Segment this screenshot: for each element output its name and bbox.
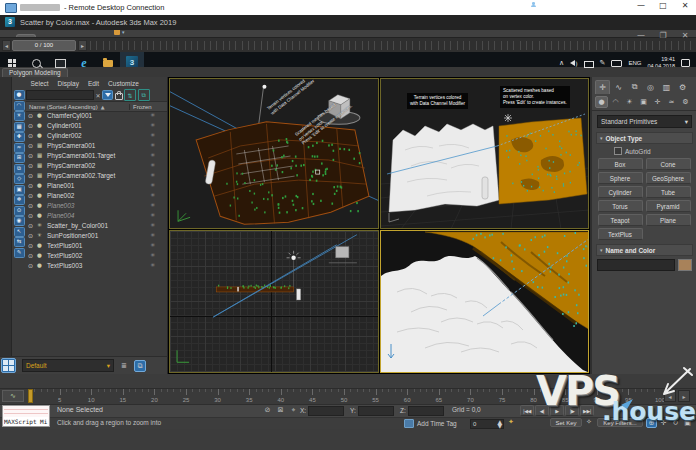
explorer-menu-item[interactable]: Select — [27, 80, 52, 87]
spinner-arrows-icon[interactable]: ▲▼ — [495, 420, 503, 427]
sync-selection-icon[interactable]: ⇆ — [14, 237, 25, 247]
frozen-toggle-icon[interactable]: ✳ — [150, 262, 155, 268]
list-item[interactable]: ⊙▦PhysCamera002.Target✳ — [26, 170, 167, 180]
viewport-bottom-left[interactable] — [169, 230, 379, 373]
frozen-toggle-icon[interactable]: ✳ — [150, 222, 155, 228]
ribbon-config[interactable]: ▾ — [114, 29, 125, 37]
minimize-icon[interactable]: — — [634, 31, 648, 40]
maxscript-mini-listener[interactable]: MAXScript Mi — [2, 405, 50, 427]
frozen-toggle-icon[interactable]: ✳ — [150, 162, 155, 168]
motion-tab-icon[interactable]: ◎ — [643, 80, 658, 94]
frozen-toggle-icon[interactable]: ✳ — [150, 142, 155, 148]
viewport-top-right[interactable]: Terrain vertices colored with Data Chann… — [380, 78, 589, 229]
modify-tab-icon[interactable]: ∿ — [611, 80, 626, 94]
object-color-swatch[interactable] — [678, 259, 692, 271]
search-input[interactable] — [26, 90, 94, 100]
list-item[interactable]: ⊙☀SunPositioner001✳ — [26, 230, 167, 240]
close-icon[interactable]: ✕ — [678, 1, 692, 10]
list-item[interactable]: ⊙✳Scatter_by_Color001✳ — [26, 220, 167, 230]
list-item[interactable]: ⊙●ChamferCyl001✳ — [26, 110, 167, 120]
viewport-layout-tabs-icon[interactable] — [1, 358, 16, 373]
object-type-button[interactable]: Pyramid — [646, 200, 691, 212]
create-tab-icon[interactable]: ✛ — [595, 80, 610, 94]
object-type-button[interactable]: Plane — [646, 214, 691, 226]
ribbon-tab[interactable] — [36, 35, 54, 37]
list-item[interactable]: ⊙▦PhysCamera001.Target✳ — [26, 150, 167, 160]
go-to-end-icon[interactable]: ▶▶| — [580, 405, 594, 416]
hidden-icons-chevron-icon[interactable]: ∧ — [559, 59, 564, 67]
visibility-eye-icon[interactable]: ⊙ — [26, 202, 35, 209]
time-slider-handle[interactable]: 0 / 100 — [12, 40, 76, 51]
network-icon[interactable] — [584, 61, 594, 68]
add-time-tag[interactable]: Add Time Tag — [404, 419, 457, 428]
object-type-button[interactable]: Cylinder — [598, 186, 643, 198]
explorer-menu-item[interactable]: Display — [54, 80, 82, 87]
visibility-eye-icon[interactable]: ⊙ — [26, 182, 35, 189]
visibility-eye-icon[interactable]: ⊙ — [26, 212, 35, 219]
display-tab-icon[interactable]: ▥ — [659, 80, 674, 94]
pin-explorer-icon[interactable]: ✎ — [14, 248, 25, 258]
visibility-eye-icon[interactable]: ⊙ — [26, 222, 35, 229]
hierarchy-tab-icon[interactable]: ⧉ — [627, 80, 642, 94]
volume-icon[interactable]: ) — [570, 60, 577, 67]
list-item[interactable]: ⊙▦PhysCamera001✳ — [26, 140, 167, 150]
mini-curve-editor-icon[interactable]: ∿ — [2, 390, 24, 402]
display-geometry-icon[interactable]: ● — [14, 90, 25, 100]
go-to-start-icon[interactable]: |◀◀ — [520, 405, 534, 416]
visibility-eye-icon[interactable]: ⊙ — [26, 192, 35, 199]
visibility-eye-icon[interactable]: ⊙ — [26, 252, 35, 259]
hierarchy-mode-icon[interactable]: ⧉ — [134, 360, 146, 372]
frozen-toggle-icon[interactable]: ✳ — [150, 252, 155, 258]
ruler-scroll-right-icon[interactable]: ▸ — [678, 390, 690, 402]
pan-icon[interactable]: ✛ — [658, 418, 669, 428]
frozen-toggle-icon[interactable]: ✳ — [150, 112, 155, 118]
frozen-toggle-icon[interactable]: ✳ — [150, 242, 155, 248]
selection-lock-icon[interactable]: ⊠ — [275, 405, 286, 415]
ribbon-tab[interactable] — [54, 35, 72, 37]
frozen-toggle-icon[interactable]: ✳ — [150, 122, 155, 128]
rollout-name-and-color[interactable]: ▾ Name and Color — [596, 244, 693, 256]
display-selection-icon[interactable]: ↖ — [14, 227, 25, 237]
frozen-toggle-icon[interactable]: ✳ — [150, 232, 155, 238]
pen-icon[interactable]: ✎ — [600, 59, 606, 67]
object-type-button[interactable]: TextPlus — [598, 228, 643, 240]
frozen-toggle-icon[interactable]: ✳ — [150, 192, 155, 198]
cameras-category-icon[interactable]: ▣ — [637, 96, 650, 108]
list-item[interactable]: ⊙●Cylinder002✳ — [26, 130, 167, 140]
display-containers-icon[interactable]: ▣ — [14, 185, 25, 195]
visibility-eye-icon[interactable]: ⊙ — [26, 132, 35, 139]
maximize-icon[interactable]: □ — [656, 1, 670, 10]
list-item[interactable]: ⊙●Plane002✳ — [26, 190, 167, 200]
next-frame-arrow-icon[interactable]: ▸ — [78, 40, 87, 51]
list-item[interactable]: ⊙▦PhysCamera002✳ — [26, 160, 167, 170]
list-item[interactable]: ⊙●TextPlus001✳ — [26, 240, 167, 250]
language-indicator[interactable]: ENG — [628, 60, 641, 66]
display-helpers-icon[interactable]: ✚ — [14, 132, 25, 142]
display-frozen-icon[interactable]: ❄ — [14, 195, 25, 205]
previous-frame-arrow-icon[interactable]: ◂ — [2, 40, 11, 51]
visibility-eye-icon[interactable]: ⊙ — [26, 152, 35, 159]
frozen-toggle-icon[interactable]: ✳ — [150, 202, 155, 208]
close-icon[interactable]: ✕ — [678, 31, 692, 40]
systems-category-icon[interactable]: ⚙ — [679, 96, 692, 108]
filter-icon[interactable] — [102, 90, 113, 100]
minimize-icon[interactable]: — — [634, 1, 648, 10]
visibility-eye-icon[interactable]: ⊙ — [26, 162, 35, 169]
display-lights-icon[interactable]: ☀ — [14, 111, 25, 121]
list-item[interactable]: ⊙●TextPlus003✳ — [26, 260, 167, 270]
list-item[interactable]: ⊙●Plane001✳ — [26, 180, 167, 190]
object-type-button[interactable]: GeoSphere — [646, 172, 691, 184]
next-frame-icon[interactable]: |▶ — [565, 405, 579, 416]
play-icon[interactable]: ▶ — [550, 405, 564, 416]
ribbon-tab[interactable] — [90, 35, 108, 37]
current-frame-spinner[interactable]: 0 ▲▼ — [470, 419, 504, 429]
explorer-menu-item[interactable]: Edit — [84, 80, 102, 87]
timeline-playhead[interactable] — [28, 389, 33, 403]
isolate-selection-icon[interactable]: ⊘ — [262, 405, 273, 415]
frozen-toggle-icon[interactable]: ✳ — [150, 132, 155, 138]
frozen-toggle-icon[interactable]: ✳ — [150, 182, 155, 188]
key-mode-toggle-icon[interactable]: ✦ — [508, 418, 514, 426]
maximize-viewport-icon[interactable]: ▣ — [682, 418, 693, 428]
track-bar-ruler[interactable]: 5101520253035404550556065707580859095100 — [28, 389, 660, 404]
explorer-menu-item[interactable]: Customize — [105, 80, 143, 87]
